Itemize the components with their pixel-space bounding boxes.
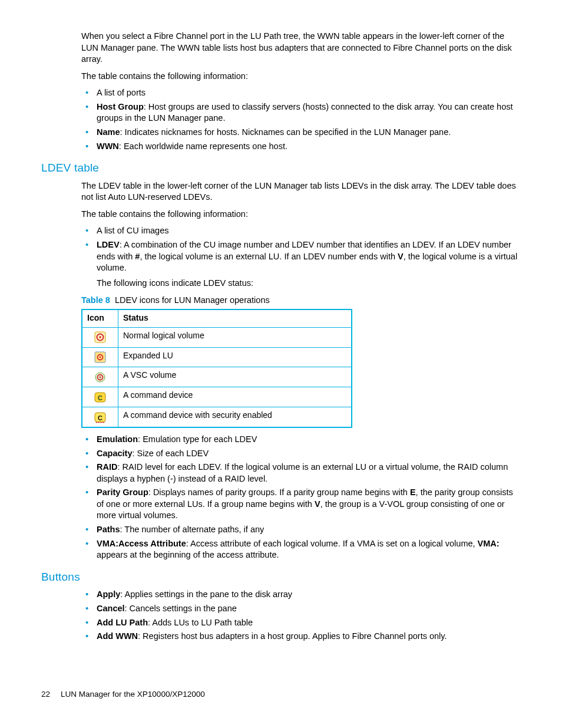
footer-title: LUN Manager for the XP10000/XP12000 bbox=[61, 690, 205, 699]
page-footer: 22LUN Manager for the XP10000/XP12000 bbox=[41, 689, 205, 700]
table-row: A VSC volume bbox=[82, 367, 352, 387]
ldev-icons-table: Icon Status Normal logical volume Expand… bbox=[81, 309, 352, 428]
list-item: Emulation: Emulation type for each LDEV bbox=[94, 434, 521, 446]
item-label: Capacity bbox=[97, 449, 132, 458]
svg-point-2 bbox=[99, 336, 101, 338]
page-number: 22 bbox=[41, 690, 50, 699]
ldev-subtext: The following icons indicate LDEV status… bbox=[97, 278, 521, 289]
icon-cell: C bbox=[82, 387, 118, 407]
intro-paragraph-2: The table contains the following informa… bbox=[81, 71, 521, 83]
item-label: Add LU Path bbox=[97, 618, 148, 627]
item-text: : Displays names of parity groups. If a … bbox=[148, 487, 410, 497]
normal-volume-icon bbox=[94, 331, 106, 343]
list-item: Add WWN: Registers host bus adapters in … bbox=[94, 631, 521, 643]
item-text: : Registers host bus adapters in a host … bbox=[138, 631, 447, 641]
list-item: Add LU Path: Adds LUs to LU Path table bbox=[94, 617, 521, 629]
list-item: Name: Indicates nicknames for hosts. Nic… bbox=[94, 127, 521, 139]
list-item: LDEV: A combination of the CU image numb… bbox=[94, 239, 521, 289]
item-label: LDEV bbox=[97, 240, 120, 249]
item-text: appears at the beginning of the access a… bbox=[97, 550, 279, 559]
command-device-secure-icon: C bbox=[94, 411, 106, 423]
list-item: Host Group: Host groups are used to clas… bbox=[94, 101, 521, 124]
table-row: Normal logical volume bbox=[82, 327, 352, 347]
list-item: Apply: Applies settings in the pane to t… bbox=[94, 589, 521, 601]
buttons-heading: Buttons bbox=[41, 569, 521, 585]
item-text: : Emulation type for each LDEV bbox=[138, 434, 257, 444]
table-label: Table 8 bbox=[81, 295, 110, 305]
list-item: A list of CU images bbox=[94, 225, 521, 237]
status-cell: Expanded LU bbox=[118, 347, 352, 367]
v-symbol: V bbox=[315, 499, 320, 509]
table-header-row: Icon Status bbox=[82, 309, 352, 327]
item-label: RAID bbox=[97, 462, 117, 472]
intro-paragraph-1: When you select a Fibre Channel port in … bbox=[81, 31, 521, 65]
col-icon: Icon bbox=[82, 309, 118, 327]
ldev-table-heading: LDEV table bbox=[41, 160, 521, 176]
list-item: Parity Group: Displays names of parity g… bbox=[94, 487, 521, 522]
item-text: A list of CU images bbox=[97, 226, 169, 235]
icon-cell bbox=[82, 327, 118, 347]
item-label: Name bbox=[97, 127, 120, 137]
status-cell: Normal logical volume bbox=[118, 327, 352, 347]
expanded-lu-icon bbox=[94, 351, 106, 363]
table-8-caption: Table 8 LDEV icons for LUN Manager opera… bbox=[81, 295, 521, 307]
col-status: Status bbox=[118, 309, 352, 327]
item-text: : Cancels settings in the pane bbox=[125, 604, 237, 613]
list-item: VMA:Access Attribute: Access attribute o… bbox=[94, 538, 521, 561]
icon-cell bbox=[82, 347, 118, 367]
item-label: VMA:Access Attribute bbox=[97, 539, 186, 548]
list-item: WWN: Each worldwide name represents one … bbox=[94, 141, 521, 153]
status-cell: A VSC volume bbox=[118, 367, 352, 387]
list-item: Cancel: Cancels settings in the pane bbox=[94, 603, 521, 615]
svg-text:C: C bbox=[98, 414, 103, 421]
ldev-paragraph-1: The LDEV table in the lower-left corner … bbox=[81, 180, 521, 203]
item-label: Emulation bbox=[97, 434, 138, 444]
svg-point-5 bbox=[100, 357, 101, 358]
item-label: Add WWN bbox=[97, 631, 138, 641]
vsc-volume-icon bbox=[94, 371, 106, 383]
list-item: A list of ports bbox=[94, 87, 521, 99]
item-label: Host Group bbox=[97, 102, 144, 111]
item-label: Parity Group bbox=[97, 487, 148, 497]
item-text: : Indicates nicknames for hosts. Nicknam… bbox=[120, 127, 451, 137]
item-label: Cancel bbox=[97, 604, 125, 613]
item-text: A list of ports bbox=[97, 88, 146, 97]
icon-cell bbox=[82, 367, 118, 387]
buttons-list: Apply: Applies settings in the pane to t… bbox=[81, 589, 521, 642]
list-item: Paths: The number of alternate paths, if… bbox=[94, 524, 521, 536]
item-text: : Host groups are used to classify serve… bbox=[97, 102, 513, 123]
icon-cell: C bbox=[82, 407, 118, 427]
svg-point-8 bbox=[100, 377, 101, 378]
ldev-paragraph-2: The table contains the following informa… bbox=[81, 209, 521, 220]
status-cell: A command device bbox=[118, 387, 352, 407]
ldev-columns-list: Emulation: Emulation type for each LDEV … bbox=[81, 434, 521, 561]
command-device-icon: C bbox=[94, 391, 106, 403]
status-cell: A command device with security enabled bbox=[118, 407, 352, 427]
svg-text:C: C bbox=[98, 394, 103, 401]
list-item: Capacity: Size of each LDEV bbox=[94, 448, 521, 460]
v-symbol: V bbox=[398, 252, 404, 261]
item-label: Apply bbox=[97, 589, 120, 599]
item-text: , the logical volume is an external LU. … bbox=[140, 252, 398, 261]
e-symbol: E bbox=[410, 487, 416, 497]
item-text: : Applies settings in the pane to the di… bbox=[120, 589, 292, 599]
vma-label: VMA: bbox=[478, 539, 500, 548]
item-text: : Adds LUs to LU Path table bbox=[148, 618, 253, 627]
ldev-info-list: A list of CU images LDEV: A combination … bbox=[81, 225, 521, 289]
table-row: C A command device with security enabled bbox=[82, 407, 352, 427]
item-text: : RAID level for each LDEV. If the logic… bbox=[97, 462, 508, 483]
item-text: : The number of alternate paths, if any bbox=[120, 525, 265, 534]
wwn-info-list: A list of ports Host Group: Host groups … bbox=[81, 87, 521, 152]
item-label: WWN bbox=[97, 141, 119, 151]
table-row: Expanded LU bbox=[82, 347, 352, 367]
item-text: : Size of each LDEV bbox=[132, 449, 209, 458]
table-caption-text: LDEV icons for LUN Manager operations bbox=[115, 295, 270, 305]
table-row: C A command device bbox=[82, 387, 352, 407]
item-label: Paths bbox=[97, 525, 120, 534]
list-item: RAID: RAID level for each LDEV. If the l… bbox=[94, 462, 521, 485]
item-text: : Each worldwide name represents one hos… bbox=[119, 141, 287, 151]
item-text: : Access attribute of each logical volum… bbox=[186, 539, 478, 548]
